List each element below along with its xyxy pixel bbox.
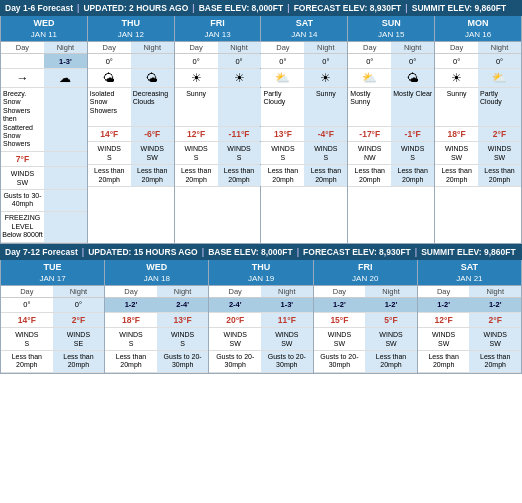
wind-dir-row: WINDSSWINDSS (261, 142, 347, 165)
wind-speed-cell: Gusts to 20-30mph (261, 351, 313, 372)
forecast-table: TUEJAN 17DayNight0°0°14°F2°FWINDSSWINDSS… (0, 260, 522, 374)
icon-row: ☀☀ (175, 69, 261, 88)
wind-dir-cell: WINDSS (391, 142, 434, 164)
day-label: Day (418, 286, 470, 297)
snow-cell: 0° (261, 54, 304, 68)
wind-dir-cell: WINDSSW (478, 142, 521, 164)
temp-row: 18°F13°F (105, 313, 208, 328)
weather-icon: ⛅ (261, 69, 304, 87)
wind-dir-cell: WINDSSW (365, 328, 417, 350)
icon-row: ⛅☀ (261, 69, 347, 88)
temp-cell: 13°F (157, 313, 209, 327)
day-block-4: SUNJAN 15DayNight0°0°⛅🌤Mostly SunnyMostl… (348, 16, 435, 243)
weather-desc: Mostly Clear (391, 88, 434, 126)
day-block-0: TUEJAN 17DayNight0°0°14°F2°FWINDSSWINDSS… (1, 260, 105, 373)
wind-speed-row: Less than 20mphLess than 20mph (435, 165, 521, 187)
weather-desc: Breezy. Snow Showers then Scattered Snow… (1, 88, 44, 151)
snow-cell: 1-2' (105, 298, 157, 312)
weather-desc: Mostly Sunny (348, 88, 391, 126)
wind-dir-cell: WINDSSW (469, 328, 521, 350)
wind-dir-cell: WINDSSE (53, 328, 105, 350)
weather-desc: Sunny (304, 88, 347, 126)
wind-dir-row: WINDSSWINDSSE (1, 328, 104, 351)
day-label: Day (88, 42, 131, 53)
day-name: SUN (348, 16, 434, 30)
wind-dir-cell: WINDSS (261, 142, 304, 164)
wind-dir-cell: WINDSSW (209, 328, 261, 350)
weather-icon: ⛅ (478, 69, 521, 87)
forecast-section: Day 1-6 Forecast | UPDATED: 2 HOURS AGO … (0, 0, 522, 244)
summit-elev: SUMMIT ELEV: 9,860FT (421, 247, 515, 257)
temp-cell: 14°F (88, 127, 131, 141)
temp-row: 15°F5°F (314, 313, 417, 328)
wind-dir-cell: WINDSSW (131, 142, 174, 164)
wind-speed-cell: Less than 20mph (348, 165, 391, 186)
snow-row: 0°0° (348, 54, 434, 69)
day-date: JAN 18 (105, 274, 208, 286)
forecast-title: Day 7-12 Forecast (5, 247, 78, 257)
snow-cell: 0° (391, 54, 434, 68)
weather-desc: Partly Cloudy (261, 88, 304, 126)
temp-cell: 18°F (435, 127, 478, 141)
wind-dir-row: WINDSSWINDSS (175, 142, 261, 165)
weather-desc: Isolated Snow Showers (88, 88, 131, 126)
wind-speed-cell: Gusts to 20-30mph (209, 351, 261, 372)
weather-desc: Sunny (175, 88, 218, 126)
day-block-1: WEDJAN 18DayNight1-2'2-4'18°F13°FWINDSSW… (105, 260, 209, 373)
temp-cell: 7°F (1, 152, 44, 166)
wind-dir-cell: WINDSSW (261, 328, 313, 350)
wind-speed-cell: Gusts to 20-30mph (314, 351, 366, 372)
temp-cell: -4°F (304, 127, 347, 141)
day-date: JAN 20 (314, 274, 417, 286)
day-label: Day (435, 42, 478, 53)
day-label: Day (209, 286, 261, 297)
day-date: JAN 14 (261, 30, 347, 42)
desc-row: Breezy. Snow Showers then Scattered Snow… (1, 88, 87, 152)
temp-cell: 11°F (261, 313, 313, 327)
summit-elev: SUMMIT ELEV: 9,860FT (412, 3, 506, 13)
wind-dir-cell: WINDSSW (314, 328, 366, 350)
forecast-elev: FORECAST ELEV: 8,930FT (294, 3, 402, 13)
weather-icon: ☀ (175, 69, 218, 87)
night-label: Night (391, 42, 434, 53)
snow-cell: 0° (88, 54, 131, 68)
night-label: Night (53, 286, 105, 297)
wind-dir-cell: WINDSSW (1, 167, 44, 189)
wind-dir-cell: WINDSS (1, 328, 53, 350)
wind-dir-row: WINDSSWINDSS (105, 328, 208, 351)
desc-row: Sunny (175, 88, 261, 127)
wind-dir-row: WINDSNWWINDSS (348, 142, 434, 165)
temp-row: -17°F-1°F (348, 127, 434, 142)
desc-row: SunnyPartly Cloudy (435, 88, 521, 127)
snow-cell: 0° (1, 298, 53, 312)
snow-cell: 0° (304, 54, 347, 68)
snow-row: 0°0° (1, 298, 104, 313)
snow-cell: 1-2' (469, 298, 521, 312)
wind-speed-row: Gusts to 30-40mph (1, 190, 87, 212)
temp-cell: 12°F (175, 127, 218, 141)
snow-cell: 0° (478, 54, 521, 68)
snow-cell: 0° (348, 54, 391, 68)
temp-cell: -11°F (218, 127, 261, 141)
temp-cell: 5°F (365, 313, 417, 327)
forecast-header: Day 7-12 Forecast | UPDATED: 15 HOURS AG… (0, 244, 522, 260)
wind-speed-row: Less than 20mphLess than 20mph (1, 351, 104, 373)
day-name: SAT (418, 260, 521, 274)
snow-row: 0° (88, 54, 174, 69)
day-date: JAN 13 (175, 30, 261, 42)
temp-cell: 12°F (418, 313, 470, 327)
wind-dir-cell: WINDSS (175, 142, 218, 164)
wind-speed-cell: Less than 20mph (391, 165, 434, 186)
wind-speed-cell: Gusts to 20-30mph (157, 351, 209, 372)
wind-dir-row: WINDSSWWINDSSW (209, 328, 312, 351)
night-label: Night (478, 42, 521, 53)
wind-speed-cell: Less than 20mph (105, 351, 157, 372)
wind-dir-cell: WINDSSW (435, 142, 478, 164)
temp-cell: 18°F (105, 313, 157, 327)
day-block-3: FRIJAN 20DayNight1-2'1-2'15°F5°FWINDSSWW… (314, 260, 418, 373)
day-label: Day (105, 286, 157, 297)
day-name: MON (435, 16, 521, 30)
wind-dir-cell: WINDSNW (348, 142, 391, 164)
snow-cell: 0° (53, 298, 105, 312)
temp-cell: 2°F (478, 127, 521, 141)
